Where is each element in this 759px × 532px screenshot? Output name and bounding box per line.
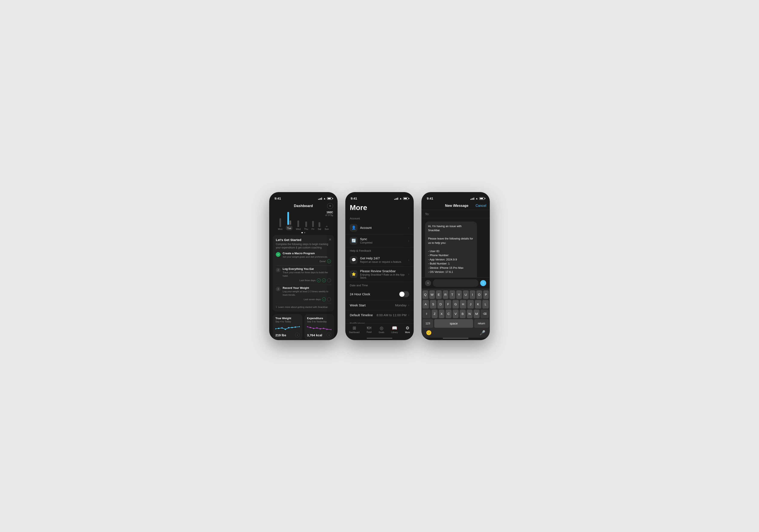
to-label: To: [425, 212, 429, 216]
key-l[interactable]: L [482, 300, 489, 309]
row-24hour[interactable]: 24 Hour Clock [345, 288, 414, 300]
expenditure-card[interactable]: Expenditure Sep 3 to Yesterday [304, 314, 334, 340]
day-wed[interactable]: Wed [296, 212, 300, 230]
svg-point-14 [326, 328, 328, 330]
key-f[interactable]: F [445, 300, 451, 309]
tab-library-icon-2: 📖 [392, 325, 397, 330]
section-help: Help & Feedback [345, 247, 414, 253]
cancel-button[interactable]: Cancel [475, 204, 486, 208]
menu-review[interactable]: ⭐ Please Review Snackbar Enjoying Snackb… [345, 267, 414, 282]
key-p[interactable]: P [483, 290, 489, 299]
battery-icon-3 [479, 197, 485, 200]
key-v[interactable]: V [453, 310, 459, 318]
tab-food-label-2: Food [367, 331, 372, 333]
message-area[interactable]: Hi, I'm having an issue with Snackbar. P… [421, 218, 490, 277]
status-bar-1: 9:41 ▲ [269, 192, 338, 202]
status-icons-3: ▲ [470, 197, 485, 200]
key-e[interactable]: E [436, 290, 442, 299]
calories-display: 192C of 373g [325, 211, 333, 216]
key-s[interactable]: S [430, 300, 436, 309]
key-a[interactable]: A [422, 300, 429, 309]
toggle-24hour[interactable] [399, 291, 409, 297]
key-h[interactable]: H [460, 300, 466, 309]
close-card-button[interactable]: ✕ [329, 238, 331, 242]
label-default-timeline: Default Timeline [350, 313, 377, 317]
shift-key[interactable]: ⇧ [422, 310, 431, 318]
return-key[interactable]: return [474, 319, 489, 328]
true-weight-arrow[interactable]: › [295, 333, 300, 337]
key-g[interactable]: G [453, 300, 459, 309]
row-default-timeline[interactable]: Default Timeline 8:00 AM to 11:00 PM › [345, 310, 414, 320]
section-notifications: Notifications [345, 320, 414, 323]
to-field[interactable]: To: [421, 210, 490, 218]
key-d[interactable]: D [437, 300, 444, 309]
svg-point-8 [307, 326, 308, 327]
emoji-button[interactable]: 🙂 [426, 330, 432, 336]
tab-food-2[interactable]: 🍽 Food [367, 325, 372, 333]
key-j[interactable]: J [467, 300, 474, 309]
expenditure-arrow[interactable]: › [327, 333, 331, 337]
status-bar-3: 9:41 ▲ [421, 192, 490, 202]
day-tue[interactable]: Tue [286, 210, 293, 230]
send-button[interactable]: ↑ [480, 280, 486, 286]
tab-more-2[interactable]: ⚙ More [405, 325, 410, 333]
mic-button[interactable]: 🎤 [480, 330, 485, 336]
key-q[interactable]: Q [422, 290, 428, 299]
day-thu[interactable]: Thu [304, 212, 308, 230]
key-o[interactable]: O [476, 290, 482, 299]
key-z[interactable]: Z [432, 310, 438, 318]
day-label-thu: Thu [304, 228, 308, 230]
key-u[interactable]: U [463, 290, 469, 299]
account-icon-box: 👤 [350, 224, 357, 232]
space-key[interactable]: space [434, 319, 473, 328]
key-m[interactable]: M [474, 310, 480, 318]
compose-input[interactable] [433, 279, 478, 287]
row-week-start[interactable]: Week Start Monday › [345, 300, 414, 310]
key-x[interactable]: X [439, 310, 445, 318]
value-week-start: Monday [395, 303, 406, 307]
true-weight-card[interactable]: True Weight Sep 4 to Today [273, 314, 302, 340]
compose-add-button[interactable]: + [425, 280, 431, 286]
day-fri[interactable]: Fri [311, 212, 314, 230]
key-w[interactable]: W [429, 290, 435, 299]
svg-point-2 [281, 327, 283, 328]
step-2-check-3 [327, 279, 331, 282]
true-weight-label: True Weight [275, 317, 300, 320]
menu-get-help[interactable]: 💬 Get Help 24/7 Report an issue or reque… [345, 253, 414, 267]
step-2-footer: Last three days ✓ ✓ [283, 279, 331, 282]
key-b[interactable]: B [460, 310, 466, 318]
status-icons-1: ▲ [318, 197, 332, 200]
wifi-icon-1: ▲ [323, 197, 326, 200]
key-n[interactable]: N [467, 310, 473, 318]
tab-goals-2[interactable]: ◎ Goals [379, 325, 384, 333]
menu-review-title: Please Review Snackbar [360, 269, 408, 273]
add-button[interactable]: + [327, 203, 333, 209]
account-chevron: › [408, 226, 409, 229]
delete-key[interactable]: ⌫ [481, 310, 489, 318]
step-3-icon: 3 [276, 287, 281, 291]
day-sat[interactable]: Sat [318, 212, 321, 230]
step-2-title: Log Everything You Eat [283, 267, 331, 271]
learn-more-link[interactable]: ℹ Learn more about getting started with … [276, 305, 331, 309]
wifi-icon-2: ▲ [399, 197, 402, 200]
true-weight-value: 219 lbs [275, 333, 286, 337]
day-mon[interactable]: Mon [278, 212, 282, 230]
key-i[interactable]: I [470, 290, 475, 299]
step-3-text: Record Your Weight Log your weight at le… [283, 286, 331, 301]
key-k[interactable]: K [475, 300, 481, 309]
menu-sync[interactable]: 🔄 Sync Completed › [345, 234, 414, 247]
key-r[interactable]: R [443, 290, 449, 299]
menu-sync-subtitle: Completed [360, 241, 408, 244]
key-c[interactable]: C [446, 310, 452, 318]
wifi-icon-3: ▲ [475, 197, 478, 200]
tab-dashboard-2[interactable]: ⊞ Dashboard [349, 325, 360, 333]
key-t[interactable]: T [449, 290, 455, 299]
step-1-desc: Set your weight goals and diet preferenc… [283, 255, 331, 258]
num-key[interactable]: 123 [422, 319, 433, 328]
key-y[interactable]: Y [456, 290, 462, 299]
help-icon: 💬 [351, 258, 356, 262]
getting-started-card: ✕ Let's Get Started Complete the followi… [273, 235, 334, 312]
tab-more-icon-2: ⚙ [406, 325, 410, 330]
menu-account[interactable]: 👤 Account › [345, 221, 414, 234]
tab-library-2[interactable]: 📖 Library [391, 325, 398, 333]
